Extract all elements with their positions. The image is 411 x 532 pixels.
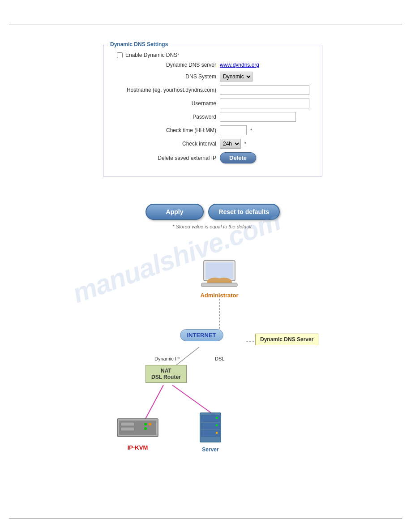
enable-checkbox[interactable]: [117, 52, 123, 58]
stored-note: * Stored value is equal to the default.: [103, 224, 322, 229]
bottom-divider: [9, 518, 402, 519]
server-label: Dynamic DNS server: [112, 62, 220, 68]
dns-system-label: DNS System: [112, 73, 220, 80]
dynamic-ip-label: Dynamic IP: [154, 356, 180, 361]
password-row: Password: [112, 112, 313, 122]
svg-rect-6: [206, 262, 233, 279]
dns-system-row: DNS System Dynamic Static Custom: [112, 72, 313, 82]
svg-point-16: [144, 427, 147, 430]
delete-row: Delete saved external IP Delete: [112, 152, 313, 163]
password-input[interactable]: [220, 112, 296, 122]
nat-line2: DSL Router: [151, 374, 181, 380]
kvm-icon: [116, 416, 159, 441]
server-link[interactable]: www.dyndns.org: [220, 62, 259, 68]
apply-button[interactable]: Apply: [146, 204, 204, 220]
svg-point-23: [216, 425, 218, 427]
server-row: Dynamic DNS server www.dyndns.org: [112, 62, 313, 68]
check-interval-asterisk: *: [244, 141, 246, 146]
svg-point-14: [144, 423, 147, 425]
reset-button[interactable]: Reset to defaults: [208, 204, 280, 220]
network-diagram: Administrator INTERNET Dynamic DNS Serve…: [67, 251, 345, 466]
enable-asterisk: *: [177, 53, 179, 58]
svg-point-15: [149, 423, 151, 425]
check-time-input[interactable]: [220, 125, 247, 135]
password-label: Password: [112, 114, 220, 120]
panel-title: Dynamic DNS Settings: [108, 41, 170, 47]
internet-label: INTERNET: [180, 329, 223, 341]
admin-area: Administrator: [199, 260, 240, 299]
top-divider: [9, 25, 402, 25]
svg-point-22: [216, 417, 218, 419]
admin-label: Administrator: [199, 292, 240, 299]
server-area: Server: [197, 412, 224, 453]
nat-line1: NAT: [151, 368, 181, 374]
username-label: Username: [112, 100, 220, 107]
check-time-row: Check time (HH:MM) *: [112, 125, 313, 135]
dns-server-box: Dynamic DNS Server: [255, 334, 318, 345]
enable-label: Enable Dynamic DNS: [125, 52, 177, 58]
svg-rect-9: [201, 283, 237, 287]
hostname-row: Hostname (eg. yourhost.dyndns.com): [112, 85, 313, 95]
username-row: Username: [112, 99, 313, 108]
hostname-input[interactable]: [220, 85, 309, 95]
delete-label: Delete saved external IP: [112, 155, 220, 161]
laptop-icon: [199, 260, 240, 289]
svg-rect-12: [121, 422, 134, 426]
dns-settings-panel: Dynamic DNS Settings Enable Dynamic DNS …: [103, 45, 322, 176]
svg-line-4: [172, 385, 215, 416]
hostname-label: Hostname (eg. yourhost.dyndns.com): [112, 87, 220, 93]
server-icon: [197, 412, 224, 443]
enable-row: Enable Dynamic DNS *: [112, 52, 313, 58]
ipkvm-area: IP-KVM: [116, 416, 159, 451]
action-buttons: Apply Reset to defaults: [103, 204, 322, 220]
delete-button[interactable]: Delete: [220, 152, 256, 163]
check-interval-label: Check interval: [112, 141, 220, 147]
username-input[interactable]: [220, 99, 309, 108]
svg-point-17: [149, 427, 151, 430]
ipkvm-label: IP-KVM: [116, 444, 159, 451]
svg-rect-13: [121, 427, 134, 431]
internet-cloud: INTERNET: [166, 329, 237, 341]
router-box: NAT DSL Router: [146, 365, 187, 383]
svg-point-24: [216, 432, 218, 434]
dsl-label: DSL: [215, 356, 224, 361]
check-interval-row: Check interval 24h 1h 6h 12h *: [112, 139, 313, 149]
svg-line-3: [146, 385, 163, 419]
server-label: Server: [197, 446, 224, 453]
dns-system-select[interactable]: Dynamic Static Custom: [220, 72, 253, 82]
check-time-label: Check time (HH:MM): [112, 127, 220, 133]
check-time-asterisk: *: [250, 128, 252, 133]
check-interval-select[interactable]: 24h 1h 6h 12h: [220, 139, 241, 149]
